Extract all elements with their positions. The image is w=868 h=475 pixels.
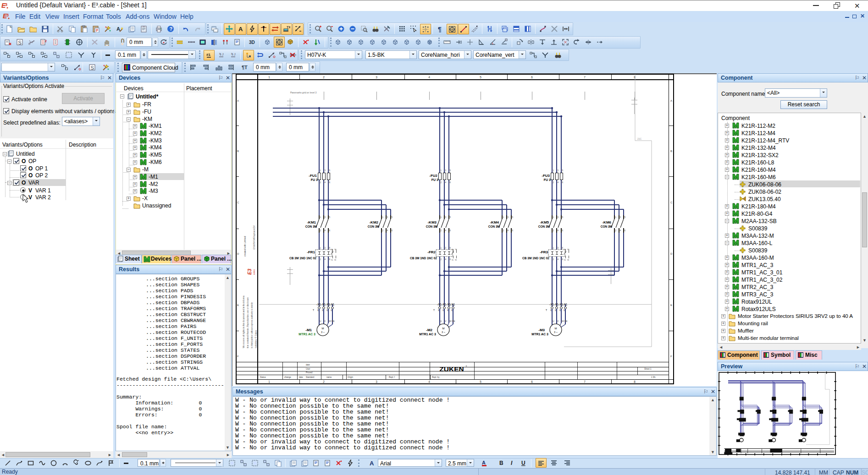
svg-text:5: 5 xyxy=(512,216,514,218)
svg-text:A: A xyxy=(370,460,374,467)
svg-text:1 Sh.: 1 Sh. xyxy=(651,376,656,378)
svg-text:We reserve all rights in this: We reserve all rights in this document a… xyxy=(243,295,245,348)
svg-text:1: 1 xyxy=(615,216,617,218)
svg-text:W: W xyxy=(329,320,331,322)
svg-text:S: S xyxy=(91,65,94,71)
svg-text:5: 5 xyxy=(450,216,451,218)
svg-text:I: I xyxy=(511,460,513,466)
svg-text:1: 1 xyxy=(322,309,323,311)
svg-text:M: M xyxy=(442,327,445,330)
svg-text:CON 3M: CON 3M xyxy=(488,225,500,228)
svg-text:6: 6 xyxy=(450,181,451,184)
svg-text:E3: E3 xyxy=(247,269,252,275)
svg-text:95: 95 xyxy=(331,249,333,251)
svg-text:5: 5 xyxy=(562,247,564,249)
svg-text:2: 2 xyxy=(553,229,554,232)
svg-text:1: 1 xyxy=(550,309,552,311)
svg-text:created with Limited: created with Limited xyxy=(243,236,246,257)
svg-text:96: 96 xyxy=(452,259,453,261)
svg-text:1: 1 xyxy=(559,309,561,311)
svg-text:97: 97 xyxy=(334,249,336,251)
svg-text:3 ~: 3 ~ xyxy=(442,331,445,333)
svg-text:-X1: -X1 xyxy=(554,303,559,306)
svg-text:-FR3: -FR3 xyxy=(540,250,548,254)
svg-text:tion contained therein. Reprod: tion contained therein. Reproduction, us… xyxy=(247,297,249,348)
svg-text:4: 4 xyxy=(387,229,388,232)
svg-text:U: U xyxy=(320,320,321,322)
svg-text:B: B xyxy=(237,150,239,153)
svg-text:E: E xyxy=(670,304,672,306)
svg-text:PE: PE xyxy=(564,320,568,322)
svg-text:-KM2: -KM2 xyxy=(369,220,378,224)
svg-text:1: 1 xyxy=(438,309,439,311)
svg-text:Status: Status xyxy=(260,376,266,378)
svg-text:User: User xyxy=(306,368,310,370)
svg-text:T: T xyxy=(433,309,435,311)
svg-text:2: 2 xyxy=(320,258,321,261)
svg-text:4: 4 xyxy=(325,181,326,184)
svg-text:U: U xyxy=(440,320,442,322)
svg-text:PE: PE xyxy=(452,320,455,322)
svg-text:3 ~: 3 ~ xyxy=(321,331,325,333)
svg-text:2: 2 xyxy=(323,380,325,383)
svg-text:Passmarks grid on level 3: Passmarks grid on level 3 xyxy=(290,91,316,94)
svg-text:5: 5 xyxy=(450,247,451,249)
svg-text:forbidden. © Zuken: forbidden. © Zuken xyxy=(254,330,257,348)
svg-text:4: 4 xyxy=(620,229,621,232)
svg-text:6: 6 xyxy=(562,258,564,261)
svg-text:2: 2 xyxy=(45,39,47,43)
svg-text:PE: PE xyxy=(332,320,335,322)
svg-text:-X1: -X1 xyxy=(437,303,442,306)
svg-text:C: C xyxy=(670,201,673,204)
svg-text:6: 6 xyxy=(531,380,533,383)
svg-text:E: E xyxy=(237,304,239,306)
svg-text:-X1: -X1 xyxy=(330,303,335,306)
svg-text:3: 3 xyxy=(325,169,326,172)
svg-text:Standard: Standard xyxy=(306,376,315,378)
svg-text:5: 5 xyxy=(480,380,481,383)
svg-text:1: 1 xyxy=(268,380,270,383)
svg-text:5: 5 xyxy=(450,169,451,172)
svg-text:W: W xyxy=(449,320,452,322)
svg-text:96: 96 xyxy=(331,259,333,261)
svg-text:change: change xyxy=(284,376,291,378)
svg-text:-M1: -M1 xyxy=(305,328,312,332)
svg-text:2: 2 xyxy=(615,229,617,232)
svg-text:CB 3M 1ND 1NC 02: CB 3M 1ND 1NC 02 xyxy=(410,257,437,260)
svg-text:W: W xyxy=(562,320,564,322)
svg-text:2: 2 xyxy=(503,229,504,232)
svg-text:B: B xyxy=(499,460,503,466)
svg-text:2: 2 xyxy=(320,181,321,184)
svg-text:3: 3 xyxy=(376,76,377,79)
svg-text:1: 1 xyxy=(320,169,321,172)
svg-text:98: 98 xyxy=(567,259,569,261)
svg-text:6: 6 xyxy=(625,229,626,232)
svg-text:1: 1 xyxy=(382,216,384,218)
svg-text:S: S xyxy=(18,40,22,45)
svg-text:6: 6 xyxy=(329,181,331,184)
svg-text:-FU3: -FU3 xyxy=(542,174,550,178)
svg-text:5: 5 xyxy=(480,76,481,79)
svg-text:8: 8 xyxy=(634,76,636,79)
svg-text:6: 6 xyxy=(450,229,451,232)
svg-text:4: 4 xyxy=(428,76,430,79)
svg-text:MTR1 AC 3: MTR1 AC 3 xyxy=(531,333,548,336)
svg-text:2: 2 xyxy=(441,229,442,232)
svg-text:4: 4 xyxy=(428,380,430,383)
svg-text:3: 3 xyxy=(508,216,509,218)
svg-text:1: 1 xyxy=(553,169,554,172)
svg-text:1: 1 xyxy=(553,247,554,249)
svg-text:-X1: -X1 xyxy=(321,303,326,306)
svg-text:2: 2 xyxy=(323,76,325,79)
svg-text:Origin: Origin xyxy=(348,376,354,378)
svg-text:A: A xyxy=(116,26,120,32)
svg-text:F: F xyxy=(670,355,672,358)
svg-text:1: 1 xyxy=(326,309,328,311)
svg-text:5: 5 xyxy=(392,216,393,218)
svg-text:?: ? xyxy=(169,26,172,32)
svg-text:↯J: ↯J xyxy=(219,52,224,56)
svg-text:5: 5 xyxy=(329,247,331,249)
svg-text:Repl. by: Repl. by xyxy=(432,376,440,378)
svg-text:1: 1 xyxy=(451,309,453,311)
svg-text:6: 6 xyxy=(329,258,331,261)
